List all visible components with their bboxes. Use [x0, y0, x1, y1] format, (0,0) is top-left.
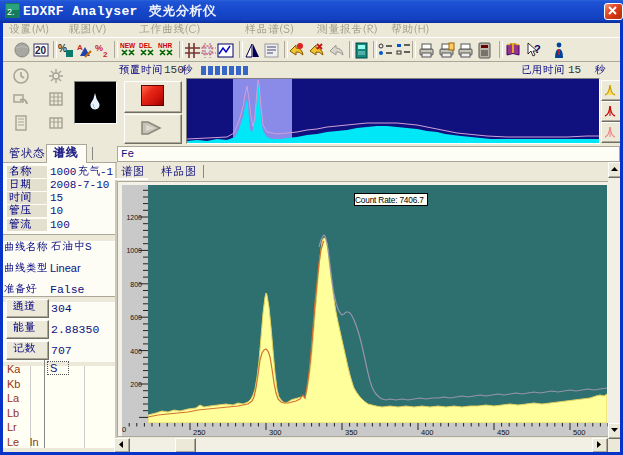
svg-text:200: 200: [130, 381, 142, 388]
svg-text:250: 250: [193, 428, 206, 437]
svg-text:?: ?: [534, 43, 541, 55]
svg-text:400: 400: [130, 348, 142, 355]
svg-text:2.: 2.: [7, 7, 15, 17]
svg-text:A: A: [77, 43, 83, 52]
svg-text:%: %: [95, 43, 103, 53]
svg-text:DEL: DEL: [139, 42, 152, 49]
svg-text:800: 800: [130, 281, 142, 288]
svg-text:%: %: [58, 43, 67, 54]
svg-text:1200: 1200: [126, 214, 142, 221]
svg-text:600: 600: [130, 314, 142, 321]
svg-text:NHR: NHR: [158, 42, 172, 49]
svg-text:1000: 1000: [126, 247, 142, 254]
svg-text:NEW: NEW: [120, 42, 136, 49]
svg-text:20: 20: [35, 45, 47, 56]
svg-text:400: 400: [421, 428, 434, 437]
svg-text:500: 500: [573, 428, 586, 437]
svg-text:300: 300: [269, 428, 282, 437]
svg-text:0: 0: [122, 425, 126, 434]
svg-text:450: 450: [497, 428, 510, 437]
svg-text:2: 2: [103, 50, 108, 59]
svg-text:350: 350: [345, 428, 358, 437]
